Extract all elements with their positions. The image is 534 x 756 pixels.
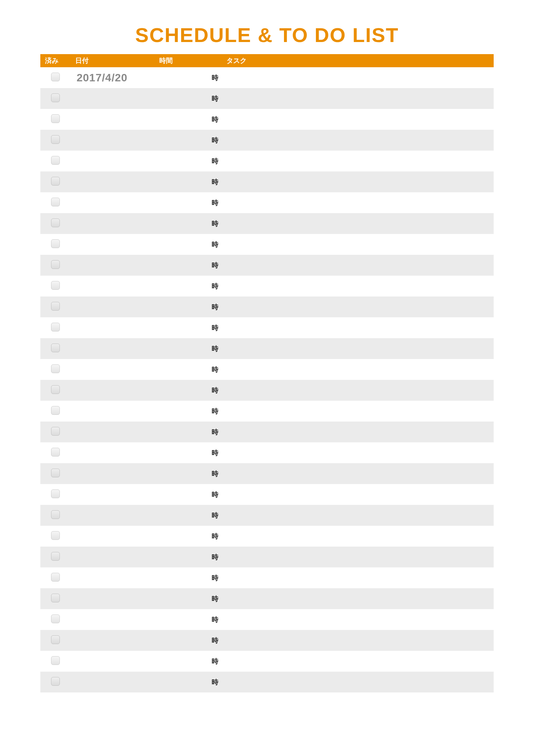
done-checkbox[interactable] [51,239,60,248]
task-cell[interactable] [222,213,494,234]
task-cell[interactable] [222,588,494,609]
task-cell[interactable] [222,276,494,296]
time-cell[interactable]: 時 [155,442,222,463]
done-checkbox[interactable] [51,448,60,456]
time-cell[interactable]: 時 [155,67,222,88]
task-cell[interactable] [222,255,494,276]
time-cell[interactable]: 時 [155,338,222,359]
task-cell[interactable] [222,442,494,463]
task-cell[interactable] [222,380,494,401]
time-cell[interactable]: 時 [155,317,222,338]
time-cell[interactable]: 時 [155,547,222,567]
done-checkbox[interactable] [51,469,60,477]
date-cell[interactable] [71,130,155,151]
date-cell[interactable] [71,171,155,192]
date-cell[interactable] [71,192,155,213]
done-checkbox[interactable] [51,594,60,602]
time-cell[interactable]: 時 [155,213,222,234]
date-cell[interactable] [71,213,155,234]
done-checkbox[interactable] [51,218,60,227]
date-cell[interactable] [71,442,155,463]
date-cell[interactable] [71,359,155,380]
task-cell[interactable] [222,234,494,255]
time-cell[interactable]: 時 [155,296,222,317]
task-cell[interactable] [222,505,494,526]
date-cell[interactable] [71,630,155,651]
done-checkbox[interactable] [51,260,60,269]
date-cell[interactable] [71,672,155,692]
date-cell[interactable] [71,463,155,484]
done-checkbox[interactable] [51,177,60,186]
task-cell[interactable] [222,567,494,588]
task-cell[interactable] [222,296,494,317]
time-cell[interactable]: 時 [155,359,222,380]
time-cell[interactable]: 時 [155,630,222,651]
date-cell[interactable] [71,151,155,171]
time-cell[interactable]: 時 [155,651,222,672]
date-cell[interactable]: 2017/4/20 [71,67,155,88]
time-cell[interactable]: 時 [155,88,222,109]
date-cell[interactable] [71,88,155,109]
done-checkbox[interactable] [51,531,60,540]
date-cell[interactable] [71,505,155,526]
done-checkbox[interactable] [51,677,60,686]
time-cell[interactable]: 時 [155,130,222,151]
task-cell[interactable] [222,88,494,109]
task-cell[interactable] [222,630,494,651]
time-cell[interactable]: 時 [155,588,222,609]
date-cell[interactable] [71,588,155,609]
task-cell[interactable] [222,130,494,151]
task-cell[interactable] [222,547,494,567]
date-cell[interactable] [71,255,155,276]
date-cell[interactable] [71,317,155,338]
date-cell[interactable] [71,609,155,630]
done-checkbox[interactable] [51,385,60,394]
date-cell[interactable] [71,422,155,442]
done-checkbox[interactable] [51,635,60,644]
date-cell[interactable] [71,380,155,401]
done-checkbox[interactable] [51,73,60,81]
date-cell[interactable] [71,296,155,317]
time-cell[interactable]: 時 [155,276,222,296]
date-cell[interactable] [71,401,155,422]
done-checkbox[interactable] [51,198,60,206]
done-checkbox[interactable] [51,427,60,436]
task-cell[interactable] [222,67,494,88]
done-checkbox[interactable] [51,656,60,665]
date-cell[interactable] [71,484,155,505]
done-checkbox[interactable] [51,114,60,123]
time-cell[interactable]: 時 [155,255,222,276]
task-cell[interactable] [222,151,494,171]
date-cell[interactable] [71,567,155,588]
done-checkbox[interactable] [51,573,60,582]
task-cell[interactable] [222,609,494,630]
time-cell[interactable]: 時 [155,422,222,442]
date-cell[interactable] [71,109,155,130]
time-cell[interactable]: 時 [155,567,222,588]
date-cell[interactable] [71,526,155,547]
time-cell[interactable]: 時 [155,151,222,171]
done-checkbox[interactable] [51,344,60,352]
time-cell[interactable]: 時 [155,484,222,505]
date-cell[interactable] [71,651,155,672]
done-checkbox[interactable] [51,364,60,373]
time-cell[interactable]: 時 [155,401,222,422]
done-checkbox[interactable] [51,510,60,519]
task-cell[interactable] [222,338,494,359]
done-checkbox[interactable] [51,302,60,311]
done-checkbox[interactable] [51,614,60,623]
date-cell[interactable] [71,547,155,567]
task-cell[interactable] [222,651,494,672]
task-cell[interactable] [222,192,494,213]
done-checkbox[interactable] [51,281,60,290]
time-cell[interactable]: 時 [155,380,222,401]
date-cell[interactable] [71,276,155,296]
done-checkbox[interactable] [51,406,60,415]
task-cell[interactable] [222,359,494,380]
task-cell[interactable] [222,526,494,547]
time-cell[interactable]: 時 [155,505,222,526]
task-cell[interactable] [222,401,494,422]
done-checkbox[interactable] [51,135,60,144]
time-cell[interactable]: 時 [155,609,222,630]
done-checkbox[interactable] [51,323,60,331]
